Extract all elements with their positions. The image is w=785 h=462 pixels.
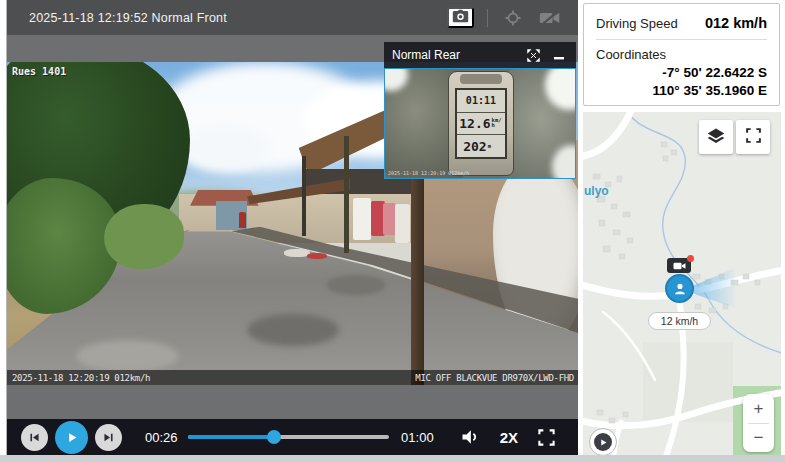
rear-video[interactable]: 01:11 12.6 km/h 202 m 2025-11-18 12:20:1… [384, 68, 576, 179]
progress-fill [188, 435, 275, 439]
gps-lcd: 01:11 12.6 km/h 202 m [455, 88, 507, 160]
map-logo-button[interactable] [589, 428, 617, 455]
pip-header: Normal Rear [384, 42, 576, 68]
player-header: 2025-11-18 12:19:52 Normal Front [7, 0, 578, 35]
step-forward-button[interactable] [95, 424, 122, 451]
scene-laundry [307, 253, 327, 259]
playback-controls: 00:26 01:00 2X [7, 419, 579, 455]
longitude-value: 110° 35' 35.1960 E [596, 82, 767, 100]
scene-trees [104, 204, 184, 269]
play-button[interactable] [55, 421, 88, 454]
scene-road-patch [76, 340, 179, 372]
driving-speed-row: Driving Speed 012 km/h [596, 12, 767, 40]
rear-video-pip[interactable]: Normal Rear [384, 42, 576, 179]
gps-speed: 12.6 [459, 116, 490, 131]
volume-button[interactable] [459, 427, 481, 447]
layers-icon [706, 126, 726, 149]
scene-road-patch [247, 314, 339, 346]
camera-icon [452, 9, 469, 26]
zoom-in-button[interactable]: + [743, 394, 774, 423]
pip-timestamp-stamp: 2025-11-18 12:20:19 012km/h [388, 170, 469, 176]
fullscreen-icon [745, 127, 762, 147]
gps-device-bezel [460, 74, 501, 84]
video-stamp-bar: 2025-11-18 12:20:19 012km/h MIC OFF BLAC… [7, 370, 579, 385]
marker-speed-label: 12 km/h [648, 312, 711, 330]
zoom-out-button[interactable]: − [743, 424, 774, 453]
scene-clothes [395, 204, 410, 243]
map-zoom-control: + − [743, 394, 774, 452]
recording-dot [687, 255, 694, 262]
scene-pole [302, 156, 306, 237]
scene-person [239, 212, 245, 228]
scene-pole [344, 136, 349, 252]
gps-altitude-unit: m [488, 144, 499, 150]
minimize-icon[interactable] [550, 46, 568, 64]
video-player: 2025-11-18 12:19:52 Normal Front [6, 0, 578, 455]
coordinates-label: Coordinates [596, 40, 767, 64]
scene-laundry [284, 249, 310, 257]
timestamp-stamp: 2025-11-18 12:20:19 012km/h [12, 373, 150, 383]
map-layers-button[interactable] [699, 120, 733, 154]
capture-button[interactable] [447, 7, 474, 28]
driver-id-stamp: Rues 1401 [12, 66, 66, 77]
video-mute-icon[interactable] [538, 8, 562, 28]
map-logo-icon [594, 433, 612, 451]
side-panel: Driving Speed 012 km/h Coordinates -7° 5… [578, 0, 785, 462]
gps-device: 01:11 12.6 km/h 202 m [448, 71, 515, 176]
vehicle-marker[interactable] [665, 274, 694, 303]
gps-icon[interactable] [501, 8, 525, 28]
gps-altitude: 202 [463, 139, 486, 154]
step-back-button[interactable] [21, 424, 48, 451]
latitude-value: -7° 50' 22.6422 S [596, 64, 767, 82]
progress-thumb[interactable] [267, 430, 281, 444]
seek-bar[interactable] [188, 430, 390, 444]
scene-clothes [353, 198, 371, 240]
gps-time: 01:11 [457, 90, 505, 113]
scene-cloud [179, 127, 271, 172]
map-fullscreen-button[interactable] [736, 120, 770, 154]
player-header-icons [447, 0, 562, 35]
expand-icon[interactable] [524, 46, 542, 64]
playback-rate-button[interactable]: 2X [500, 429, 518, 446]
current-time: 00:26 [145, 430, 178, 445]
drive-info-card: Driving Speed 012 km/h Coordinates -7° 5… [583, 3, 780, 106]
video-stage: Rues 1401 2025-11-18 12:20:19 012km/h MI… [7, 35, 579, 419]
fullscreen-button[interactable] [537, 428, 556, 447]
pip-title: Normal Rear [392, 48, 516, 62]
model-stamp: MIC OFF BLACKVUE DR970X/LWD-FHD [415, 373, 574, 383]
player-title: 2025-11-18 12:19:52 Normal Front [7, 11, 227, 25]
gps-speed-unit: km/h [492, 118, 503, 130]
blackvue-viewer: 2025-11-18 12:19:52 Normal Front [0, 0, 785, 462]
window-footer [0, 455, 785, 462]
driving-speed-value: 012 km/h [705, 15, 767, 31]
map[interactable]: ulyo 12 km/h + [583, 112, 781, 455]
scene-road-patch [327, 275, 384, 294]
header-divider [487, 9, 488, 27]
map-place-label: ulyo [584, 184, 609, 198]
driving-speed-label: Driving Speed [596, 16, 678, 31]
dashcam-badge [667, 258, 691, 273]
gps-altitude-row: 202 m [457, 135, 505, 157]
total-time: 01:00 [401, 430, 434, 445]
gps-speed-row: 12.6 km/h [457, 113, 505, 136]
